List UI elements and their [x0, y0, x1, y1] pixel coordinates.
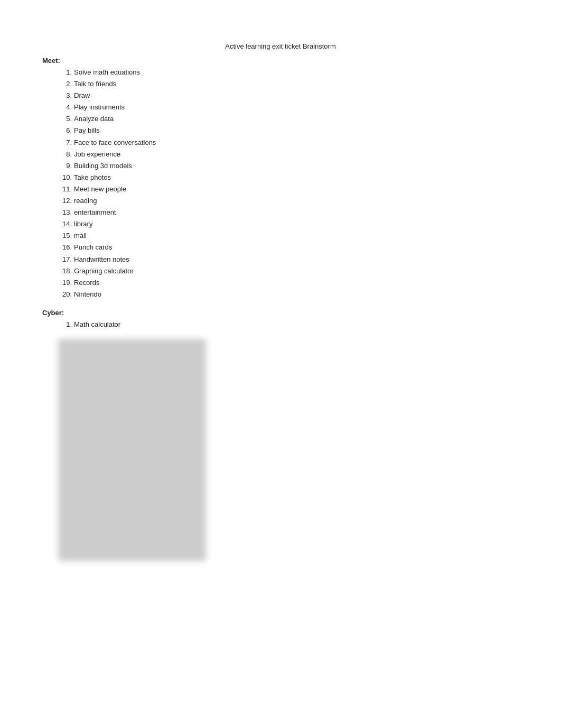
item-text: Handwritten notes — [74, 254, 129, 265]
item-number: 20. — [58, 289, 72, 300]
list-item: 20.Nintendo — [58, 289, 519, 300]
list-item: 2.Talk to friends — [58, 78, 519, 90]
item-text: Punch cards — [74, 242, 112, 253]
item-number: 13. — [58, 207, 72, 218]
list-item: 1.Math calculator — [58, 319, 519, 330]
meet-list: 1.Solve math equations2.Talk to friends3… — [42, 67, 519, 300]
item-number: 12. — [58, 195, 72, 207]
item-number: 6. — [58, 125, 72, 136]
item-number: 11. — [58, 183, 72, 195]
item-number: 10. — [58, 172, 72, 183]
item-text: Draw — [74, 90, 90, 102]
item-number: 4. — [58, 102, 72, 113]
item-number: 2. — [58, 78, 72, 90]
cyber-section: Cyber: 1.Math calculator — [42, 309, 519, 561]
item-text: Face to face conversations — [74, 137, 156, 149]
list-item: 9.Building 3d models — [58, 160, 519, 172]
page-title: Active learning exit ticket Brainstorm — [42, 42, 519, 50]
item-number: 19. — [58, 277, 72, 289]
list-item: 18.Graphing calculator — [58, 265, 519, 277]
item-number: 5. — [58, 113, 72, 125]
list-item: 13.entertainment — [58, 207, 519, 218]
list-item: 16.Punch cards — [58, 242, 519, 253]
item-number: 15. — [58, 230, 72, 242]
item-text: Take photos — [74, 172, 111, 183]
item-text: Meet new people — [74, 183, 126, 195]
item-number: 16. — [58, 242, 72, 253]
item-text: reading — [74, 195, 97, 207]
meet-label: Meet: — [42, 57, 519, 64]
item-text: Job experience — [74, 149, 120, 160]
blurred-content — [58, 339, 206, 561]
item-text: Graphing calculator — [74, 265, 134, 277]
item-number: 1. — [58, 67, 72, 78]
list-item: 5.Analyze data — [58, 113, 519, 125]
list-item: 3.Draw — [58, 90, 519, 102]
list-item: 6.Pay bills — [58, 125, 519, 136]
item-text: Nintendo — [74, 289, 101, 300]
list-item: 7.Face to face conversations — [58, 137, 519, 149]
item-text: entertainment — [74, 207, 116, 218]
item-text: Building 3d models — [74, 160, 132, 172]
item-number: 3. — [58, 90, 72, 102]
cyber-list: 1.Math calculator — [42, 319, 519, 330]
item-text: Play instruments — [74, 102, 125, 113]
list-item: 1.Solve math equations — [58, 67, 519, 78]
list-item: 19.Records — [58, 277, 519, 289]
item-text: Pay bills — [74, 125, 99, 136]
list-item: 17.Handwritten notes — [58, 254, 519, 265]
meet-section: Meet: 1.Solve math equations2.Talk to fr… — [42, 57, 519, 300]
list-item: 8.Job experience — [58, 149, 519, 160]
cyber-label: Cyber: — [42, 309, 519, 317]
list-item: 4.Play instruments — [58, 102, 519, 113]
list-item: 12.reading — [58, 195, 519, 207]
item-number: 18. — [58, 265, 72, 277]
list-item: 11.Meet new people — [58, 183, 519, 195]
item-number: 1. — [58, 319, 72, 330]
item-text: Analyze data — [74, 113, 114, 125]
item-number: 9. — [58, 160, 72, 172]
item-text: Records — [74, 277, 99, 289]
item-number: 14. — [58, 218, 72, 230]
item-text: Math calculator — [74, 319, 120, 330]
item-text: Talk to friends — [74, 78, 116, 90]
list-item: 14.library — [58, 218, 519, 230]
item-number: 7. — [58, 137, 72, 149]
item-text: library — [74, 218, 92, 230]
list-item: 10.Take photos — [58, 172, 519, 183]
item-text: mail — [74, 230, 87, 242]
list-item: 15.mail — [58, 230, 519, 242]
item-text: Solve math equations — [74, 67, 140, 78]
item-number: 17. — [58, 254, 72, 265]
item-number: 8. — [58, 149, 72, 160]
